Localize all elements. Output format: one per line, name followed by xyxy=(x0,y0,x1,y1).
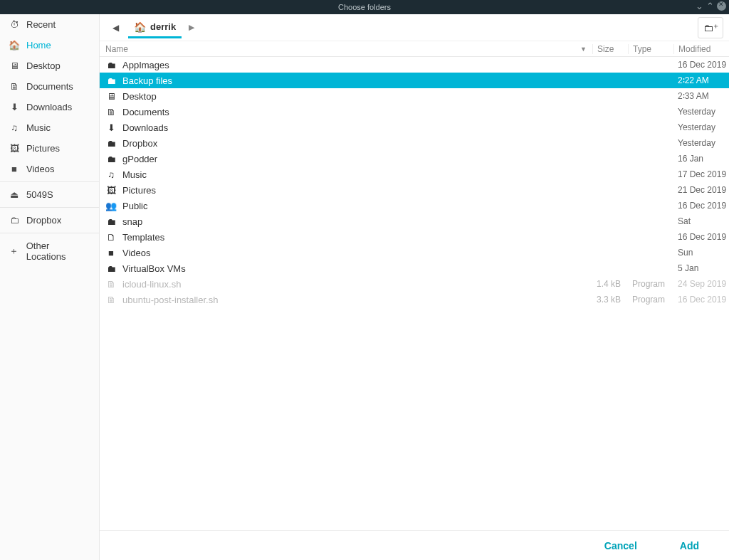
doc-icon: 🗎 xyxy=(105,107,117,117)
file-size-cell: 1.4 kB xyxy=(592,279,628,289)
file-row[interactable]: ■VideosSun xyxy=(100,245,729,260)
sidebar-item-downloads-icon: ⬇ xyxy=(9,102,20,112)
file-row[interactable]: 🖥Desktop2∶33 AM xyxy=(100,88,729,104)
file-modified-cell: 17 Dec 2019 xyxy=(673,169,729,179)
sidebar-item-desktop-icon: 🖥 xyxy=(9,60,20,71)
column-header-size[interactable]: Size xyxy=(592,44,628,54)
file-name-cell: 🗎ubuntu-post-installer.sh xyxy=(100,295,592,305)
file-name-label: Public xyxy=(122,201,147,211)
sidebar-item-label: Other Locations xyxy=(26,241,90,262)
close-icon[interactable] xyxy=(717,1,726,11)
file-name-cell: 🖿snap xyxy=(100,216,592,227)
sidebar-item-label: Home xyxy=(26,40,51,51)
public-icon: 👥 xyxy=(105,201,117,211)
file-name-cell: ♫Music xyxy=(100,169,592,180)
file-chooser-window: Choose folders ⌄ ⌃ ⏱Recent🏠Home🖥Desktop🗎… xyxy=(0,0,729,560)
sidebar-separator xyxy=(0,207,99,208)
file-row[interactable]: 🖼Pictures21 Dec 2019 xyxy=(100,182,729,198)
add-button[interactable]: Add xyxy=(668,534,710,557)
file-name-label: Backup files xyxy=(122,75,172,86)
sidebar-item-label: Downloads xyxy=(26,102,72,112)
folder-icon: 🖿 xyxy=(105,75,117,86)
cancel-button[interactable]: Cancel xyxy=(593,534,649,557)
file-row[interactable]: 🖿snapSat xyxy=(100,213,729,229)
sidebar-item-documents[interactable]: 🗎Documents xyxy=(0,76,99,97)
list-header: Name ▼ Size Type Modified xyxy=(100,41,729,57)
sidebar: ⏱Recent🏠Home🖥Desktop🗎Documents⬇Downloads… xyxy=(0,14,100,560)
file-modified-cell: 16 Dec 2019 xyxy=(673,295,729,305)
sidebar-item-music[interactable]: ♫Music xyxy=(0,117,99,138)
sidebar-item-home[interactable]: 🏠Home xyxy=(0,35,99,56)
file-list: 🖿AppImages16 Dec 2019🖿Backup files2∶22 A… xyxy=(100,57,729,530)
sidebar-item-desktop[interactable]: 🖥Desktop xyxy=(0,56,99,76)
sidebar-item-label: Dropbox xyxy=(26,215,61,226)
file-row[interactable]: 🗎DocumentsYesterday xyxy=(100,104,729,120)
script-icon: 🗎 xyxy=(105,295,117,305)
file-name-label: Dropbox xyxy=(122,138,157,149)
file-type-cell: Program xyxy=(628,279,673,289)
file-row[interactable]: ⬇DownloadsYesterday xyxy=(100,120,729,135)
desktop-icon: 🖥 xyxy=(105,91,117,102)
script-icon: 🗎 xyxy=(105,279,117,290)
sidebar-item-label: Recent xyxy=(26,19,56,30)
file-name-label: Documents xyxy=(122,107,169,117)
sidebar-item-drive-icon: ⏏ xyxy=(9,189,20,200)
file-row[interactable]: 🖿DropboxYesterday xyxy=(100,135,729,151)
file-name-label: icloud-linux.sh xyxy=(122,279,181,290)
sidebar-item-drive[interactable]: ⏏5049S xyxy=(0,184,99,205)
sidebar-item-label: Videos xyxy=(26,164,55,174)
folder-icon: 🖿 xyxy=(105,154,117,164)
minimize-icon[interactable]: ⌄ xyxy=(696,1,703,11)
breadcrumb-current-label: derrik xyxy=(150,21,176,32)
breadcrumb-forward-icon[interactable]: ▶ xyxy=(186,23,197,32)
file-row[interactable]: 🗋Templates16 Dec 2019 xyxy=(100,229,729,245)
file-name-cell: ⬇Downloads xyxy=(100,122,592,133)
file-row[interactable]: 🗎ubuntu-post-installer.sh3.3 kBProgram16… xyxy=(100,292,729,307)
file-modified-cell: Yesterday xyxy=(673,107,729,117)
file-row[interactable]: ♫Music17 Dec 2019 xyxy=(100,167,729,182)
sidebar-item-recent-icon: ⏱ xyxy=(9,19,20,30)
nav-back-button[interactable]: ◀ xyxy=(105,19,125,37)
music-icon: ♫ xyxy=(105,169,117,180)
file-name-label: Pictures xyxy=(122,185,156,196)
file-name-label: Desktop xyxy=(122,91,157,102)
file-modified-cell: 24 Sep 2019 xyxy=(673,279,729,289)
sidebar-item-other-locations[interactable]: ＋Other Locations xyxy=(0,236,99,267)
sidebar-item-recent[interactable]: ⏱Recent xyxy=(0,14,99,35)
file-modified-cell: 16 Dec 2019 xyxy=(673,232,729,242)
sidebar-item-label: Music xyxy=(26,122,51,133)
sidebar-item-dropbox[interactable]: 🗀Dropbox xyxy=(0,210,99,231)
new-folder-icon: 🗀⁺ xyxy=(703,22,718,33)
file-name-cell: 🗎icloud-linux.sh xyxy=(100,279,592,290)
sidebar-item-videos-icon: ■ xyxy=(9,164,20,174)
file-row[interactable]: 👥Public16 Dec 2019 xyxy=(100,198,729,213)
file-row[interactable]: 🖿Backup files2∶22 AM xyxy=(100,73,729,88)
file-modified-cell: Sat xyxy=(673,216,729,226)
picture-icon: 🖼 xyxy=(105,185,117,196)
file-name-label: Videos xyxy=(122,248,151,258)
column-header-modified[interactable]: Modified xyxy=(673,44,729,54)
file-type-cell: Program xyxy=(628,295,673,305)
file-name-cell: 🗎Documents xyxy=(100,107,592,117)
file-name-cell: 👥Public xyxy=(100,201,592,211)
file-row[interactable]: 🗎icloud-linux.sh1.4 kBProgram24 Sep 2019 xyxy=(100,276,729,292)
file-name-label: snap xyxy=(122,216,142,227)
sidebar-item-pictures[interactable]: 🖼Pictures xyxy=(0,138,99,159)
sidebar-item-label: Desktop xyxy=(26,60,61,71)
column-header-name[interactable]: Name ▼ xyxy=(100,44,592,54)
home-icon: 🏠 xyxy=(134,21,146,33)
sidebar-separator xyxy=(0,181,99,182)
breadcrumb: 🏠 derrik ▶ xyxy=(128,17,197,38)
file-modified-cell: 2∶22 AM xyxy=(673,75,729,85)
file-row[interactable]: 🖿gPodder16 Jan xyxy=(100,151,729,167)
new-folder-button[interactable]: 🗀⁺ xyxy=(698,17,723,38)
file-row[interactable]: 🖿VirtualBox VMs5 Jan xyxy=(100,260,729,276)
file-row[interactable]: 🖿AppImages16 Dec 2019 xyxy=(100,57,729,73)
sidebar-item-pictures-icon: 🖼 xyxy=(9,143,20,154)
sidebar-item-videos[interactable]: ■Videos xyxy=(0,159,99,179)
breadcrumb-home[interactable]: 🏠 derrik xyxy=(128,17,182,38)
maximize-icon[interactable]: ⌃ xyxy=(706,1,714,11)
column-header-type[interactable]: Type xyxy=(628,44,673,54)
titlebar: Choose folders ⌄ ⌃ xyxy=(0,0,729,14)
sidebar-item-downloads[interactable]: ⬇Downloads xyxy=(0,97,99,117)
